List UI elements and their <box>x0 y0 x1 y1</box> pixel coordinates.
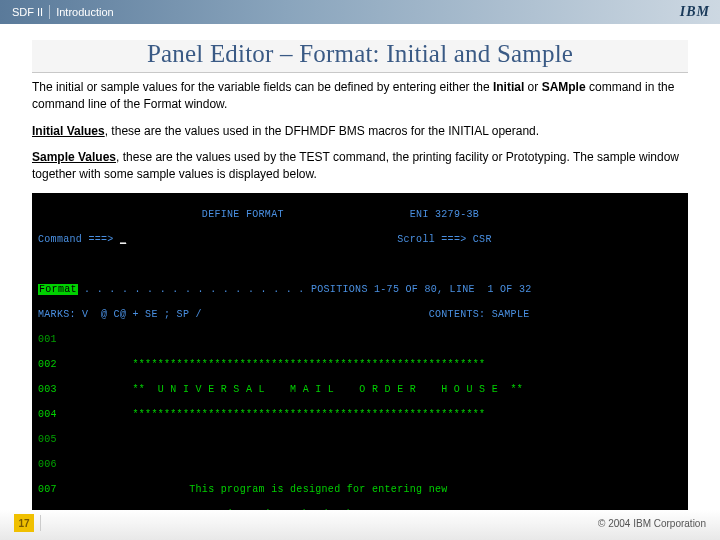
ibm-logo: IBM <box>680 4 710 20</box>
paragraph-intro: The initial or sample values for the var… <box>32 79 688 113</box>
paragraph-initial: Initial Values, these are the values use… <box>32 123 688 140</box>
term-l007: 007 This program is designed for enterin… <box>38 484 682 497</box>
p1-c: or <box>524 80 541 94</box>
paragraph-sample: Sample Values, these are the values used… <box>32 149 688 183</box>
term-l005: 005 <box>38 434 682 447</box>
footer-divider <box>40 515 41 531</box>
term-title: DEFINE FORMAT <box>202 209 284 220</box>
header-product: SDF II <box>12 6 43 18</box>
p2-text: , these are the values used in the DFHMD… <box>105 124 539 138</box>
term-marks: MARKS: V @ C@ + SE ; SP / <box>38 309 202 320</box>
footer: 17 © 2004 IBM Corporation <box>0 510 720 540</box>
p1-a: The initial or sample values for the var… <box>32 80 493 94</box>
term-l001: 001 <box>38 334 682 347</box>
p3-text: , these are the values used by the TEST … <box>32 150 679 181</box>
term-scroll: Scroll ===> CSR <box>397 234 492 245</box>
term-eni: ENI 3279-3B <box>410 209 479 220</box>
header-section: Introduction <box>56 6 113 18</box>
term-format-label: Format <box>38 284 78 295</box>
header-bar: SDF II Introduction IBM <box>0 0 720 24</box>
term-l002: 002 ************************************… <box>38 359 682 372</box>
footer-left: 17 <box>14 514 41 532</box>
term-pos: POSITIONS 1-75 OF 80, LINE 1 OF 32 <box>311 284 532 295</box>
p1-initial: Initial <box>493 80 524 94</box>
p2-label: Initial Values <box>32 124 105 138</box>
term-l003: 003 ** U N I V E R S A L M A I L O R D E… <box>38 384 682 397</box>
term-l006: 006 <box>38 459 682 472</box>
slide-title: Panel Editor – Format: Initial and Sampl… <box>32 40 688 73</box>
term-dots: . . . . . . . . . . . . . . . . . . <box>78 284 305 295</box>
slide-content: Panel Editor – Format: Initial and Sampl… <box>0 24 720 540</box>
term-l004: 004 ************************************… <box>38 409 682 422</box>
p1-sample: SAMple <box>542 80 586 94</box>
page-number: 17 <box>14 514 34 532</box>
term-cmd-label: Command ===> <box>38 234 114 245</box>
copyright: © 2004 IBM Corporation <box>598 518 706 529</box>
header-left: SDF II Introduction <box>12 5 114 19</box>
header-divider <box>49 5 50 19</box>
term-cmd-value[interactable]: _ <box>120 234 126 245</box>
terminal-panel: DEFINE FORMAT ENI 3279-3B Command ===> _… <box>32 193 688 540</box>
term-contents: CONTENTS: SAMPLE <box>429 309 530 320</box>
p3-label: Sample Values <box>32 150 116 164</box>
